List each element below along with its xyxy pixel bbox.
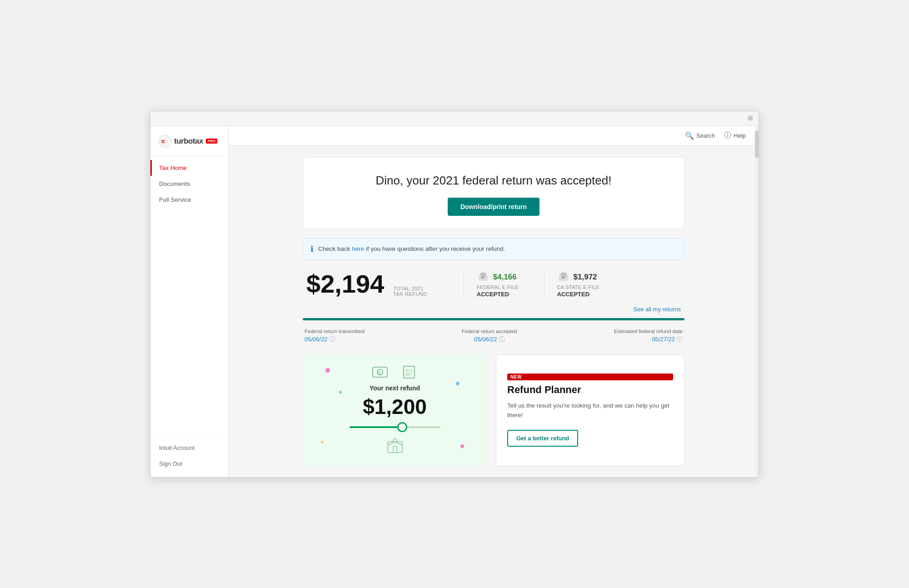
deco-dot-4	[460, 444, 464, 448]
turbotax-logo-icon: tt	[158, 134, 172, 149]
date-block-transmitted: Federal return transmitted 05/06/22 ⓘ	[305, 329, 365, 344]
accepted-info-icon: ⓘ	[499, 335, 505, 344]
svg-rect-15	[405, 373, 412, 374]
card-icons-row: $ W-4	[372, 365, 418, 379]
sidebar-item-full-service[interactable]: Full Service	[150, 192, 228, 208]
state-sublabel: CA STATE E-FILE	[557, 284, 599, 290]
search-button[interactable]: 🔍 Search	[685, 131, 715, 140]
logo-text: turbotax	[174, 137, 203, 146]
federal-sublabel: FEDERAL E-FILE	[477, 284, 519, 290]
date-block-refund-date: Estimated federal refund date 05/27/22 ⓘ	[614, 329, 683, 344]
new-badge: NEW	[507, 374, 673, 380]
info-text-before: Check back	[318, 245, 352, 252]
sidebar-bottom: Intuit Account Sign Out	[150, 434, 228, 477]
download-print-button[interactable]: Download/print return	[448, 198, 539, 216]
svg-rect-3	[480, 273, 486, 275]
refund-date-label: Estimated federal refund date	[614, 329, 683, 334]
get-better-refund-button[interactable]: Get a better refund	[507, 430, 578, 447]
state-status-badge: ACCEPTED	[557, 291, 599, 298]
deco-dot-2	[456, 382, 459, 385]
slider-track[interactable]	[350, 426, 440, 428]
hero-title: Dino, your 2021 federal return was accep…	[314, 174, 673, 188]
info-banner: ℹ Check back here if you have questions …	[303, 238, 684, 260]
svg-point-0	[159, 135, 171, 148]
titlebar	[150, 111, 759, 126]
sidebar-item-documents[interactable]: Documents	[150, 176, 228, 192]
building-icon	[386, 437, 404, 455]
transmitted-value[interactable]: 05/06/22 ⓘ	[305, 335, 365, 344]
logo-badge: PRO	[206, 139, 217, 144]
federal-status-badge: ACCEPTED	[477, 291, 519, 298]
bottom-row: $ W-4 Your next refund $1,200	[303, 354, 684, 466]
info-text-after: if you have questions after you receive …	[364, 245, 505, 252]
main-refund-block: $2,194 TOTAL 2021 TAX REFUND	[306, 271, 444, 297]
main-content: Dino, your 2021 federal return was accep…	[229, 126, 759, 477]
sidebar-item-tax-home[interactable]: Tax Home	[150, 160, 228, 176]
refund-year-label: TOTAL 2021	[393, 286, 427, 291]
next-refund-amount: $1,200	[363, 394, 427, 419]
main-inner: Dino, your 2021 federal return was accep…	[289, 146, 698, 477]
refund-type-label: TAX REFUND	[393, 291, 427, 297]
divider-1	[464, 272, 464, 296]
state-amount: $1,972	[574, 273, 597, 282]
search-icon: 🔍	[685, 131, 694, 140]
logo: tt turbotax PRO	[150, 126, 228, 156]
w4-icon: W-4	[402, 365, 418, 379]
accepted-label: Federal return accepted	[462, 329, 517, 334]
slider-fill	[350, 426, 404, 428]
scrollbar-track[interactable]	[755, 126, 759, 477]
next-refund-label: Your next refund	[370, 384, 420, 392]
progress-fill	[303, 318, 684, 320]
main-wrapper: 🔍 Search ⓘ Help Dino, your 2021 federal …	[229, 126, 759, 477]
federal-status-block: $4,166 FEDERAL E-FILE ACCEPTED	[477, 271, 519, 298]
progress-track	[303, 318, 684, 320]
svg-rect-18	[393, 446, 397, 453]
slider-thumb[interactable]	[397, 422, 407, 432]
svg-rect-7	[561, 273, 566, 275]
state-status-block: $1,972 CA STATE E-FILE ACCEPTED	[557, 271, 599, 298]
deco-dot-1	[325, 368, 330, 373]
svg-rect-9	[561, 278, 564, 279]
federal-amount: $4,166	[493, 273, 517, 282]
svg-rect-4	[481, 276, 485, 277]
date-block-accepted: Federal return accepted 05/06/22 ⓘ	[462, 329, 517, 344]
deco-dot-5	[339, 391, 342, 394]
sidebar-item-sign-out[interactable]: Sign Out	[150, 456, 228, 472]
divider-2	[544, 272, 544, 296]
topbar: 🔍 Search ⓘ Help	[229, 126, 755, 146]
svg-rect-8	[561, 276, 566, 277]
help-icon: ⓘ	[724, 131, 731, 140]
svg-text:$: $	[378, 370, 380, 375]
main-refund-amount: $2,194	[306, 271, 384, 297]
refund-planner-title: Refund Planner	[507, 384, 673, 396]
transmitted-info-icon: ⓘ	[330, 335, 335, 344]
sidebar-item-intuit-account[interactable]: Intuit Account	[150, 440, 228, 456]
svg-text:W-4: W-4	[405, 369, 412, 373]
sidebar: tt turbotax PRO Tax Home Documents Full …	[150, 126, 229, 477]
refund-date-value[interactable]: 05/27/22 ⓘ	[614, 335, 683, 344]
svg-rect-5	[481, 278, 484, 279]
money-icon: $	[372, 365, 388, 379]
sidebar-nav: Tax Home Documents Full Service	[150, 156, 228, 434]
refund-planner-visual-card: $ W-4 Your next refund $1,200	[303, 354, 487, 466]
help-button[interactable]: ⓘ Help	[724, 131, 746, 140]
accepted-value[interactable]: 05/06/22 ⓘ	[462, 335, 517, 344]
minimize-btn[interactable]	[748, 115, 753, 121]
refund-planner-info-card: NEW Refund Planner Tell us the result yo…	[496, 354, 684, 466]
info-here-link[interactable]: here	[352, 245, 364, 252]
federal-filing-icon	[477, 271, 489, 284]
see-all-returns-link[interactable]: See all my returns	[303, 306, 684, 313]
svg-rect-16	[405, 375, 410, 376]
dates-row: Federal return transmitted 05/06/22 ⓘ Fe…	[303, 329, 684, 344]
deco-dot-3	[321, 441, 324, 443]
state-filing-icon	[557, 271, 570, 284]
svg-rect-17	[388, 442, 402, 453]
transmitted-label: Federal return transmitted	[305, 329, 365, 334]
refund-summary: $2,194 TOTAL 2021 TAX REFUND	[303, 271, 684, 298]
scrollbar-thumb[interactable]	[755, 130, 759, 158]
info-icon: ℹ	[310, 244, 314, 254]
refund-planner-description: Tell us the result you're looking for, a…	[507, 401, 673, 420]
refund-date-info-icon: ⓘ	[677, 335, 683, 344]
hero-card: Dino, your 2021 federal return was accep…	[303, 157, 684, 229]
svg-text:tt: tt	[161, 139, 165, 144]
